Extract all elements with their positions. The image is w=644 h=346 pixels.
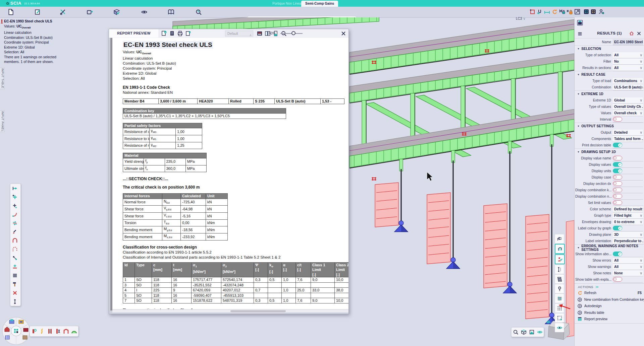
select-marquee-icon[interactable] xyxy=(529,9,536,15)
layers-stack-icon[interactable] xyxy=(555,274,564,284)
app-grid-icon[interactable] xyxy=(583,9,590,15)
property-value[interactable]: Filled light∨ xyxy=(613,213,643,219)
section-header[interactable]: ▼DRAWING SETUP 1D xyxy=(575,148,644,155)
toggle-on[interactable]: ✓ xyxy=(613,252,622,256)
zoom-slider-handle[interactable] xyxy=(291,31,296,35)
pin-icon[interactable] xyxy=(555,284,564,293)
property-value[interactable]: Perpendicular to ...∨ xyxy=(613,238,643,244)
arch-dashed-icon[interactable] xyxy=(10,245,19,254)
fast-adjust-icon[interactable] xyxy=(555,294,564,303)
section-header[interactable]: ▼EXTREME 1D xyxy=(575,90,644,97)
toggle-off[interactable] xyxy=(613,188,622,192)
toggle-off[interactable] xyxy=(613,117,622,122)
action-item[interactable]: Autodesign xyxy=(575,303,644,309)
section-header[interactable]: ▼ERRORS, WARNINGS AND NOTES SETTINGS xyxy=(575,244,644,251)
property-value[interactable]: All∨ xyxy=(613,65,643,71)
move-vertical-icon[interactable] xyxy=(10,297,19,306)
results-window-icon[interactable] xyxy=(577,19,583,26)
dimension-icon[interactable] xyxy=(544,9,551,15)
regenerate-report-icon[interactable] xyxy=(161,30,167,37)
property-value[interactable]: 3D∨ xyxy=(613,232,643,238)
input-table-tab[interactable]: INPUT TABLE xyxy=(0,68,5,89)
project-settings-icon[interactable] xyxy=(87,9,93,15)
toggle-off[interactable] xyxy=(613,194,622,199)
numeric-lock-icon[interactable] xyxy=(567,9,573,15)
report-window-titlebar[interactable]: REPORT PREVIEW Default∧ 160% xyxy=(109,29,348,38)
section-header[interactable]: ▼RESULT CASE xyxy=(575,71,644,78)
hammer-tool-icon[interactable] xyxy=(10,280,19,288)
new-column-icon[interactable] xyxy=(30,327,38,336)
app-grid2-icon[interactable] xyxy=(590,9,597,15)
new-portal-frame-icon[interactable] xyxy=(62,327,70,336)
add-cursor-icon[interactable] xyxy=(10,201,19,210)
property-value[interactable]: Global∨ xyxy=(613,97,643,103)
toggle-off[interactable] xyxy=(613,277,622,282)
bend-member-icon[interactable] xyxy=(10,210,19,219)
toggle-on[interactable]: ✓ xyxy=(613,143,622,147)
property-value[interactable]: 0 to extreme∨ xyxy=(613,219,643,225)
panel-home-icon[interactable] xyxy=(629,31,634,37)
actions-expand-icon[interactable]: ≫ xyxy=(595,285,599,289)
render-mode-icon[interactable] xyxy=(528,328,536,337)
new-buckling-member-icon[interactable] xyxy=(54,327,62,336)
rendered-view-icon[interactable] xyxy=(555,244,565,254)
add-node-icon[interactable] xyxy=(10,193,19,201)
visibility-eye-icon[interactable] xyxy=(555,323,564,332)
image-table-toggle-icon[interactable] xyxy=(257,30,263,37)
property-value[interactable]: ULS-Set B (auto)∨ xyxy=(613,84,643,90)
export-report-icon[interactable] xyxy=(185,30,191,37)
drag-node-icon[interactable] xyxy=(10,254,19,262)
calculate-check-icon[interactable] xyxy=(113,9,120,15)
report-page[interactable]: EC-EN 1993 Steel check ULSValues: UCOver… xyxy=(112,38,348,309)
toggle-on[interactable]: ✓ xyxy=(613,168,622,173)
paint-properties-icon[interactable] xyxy=(10,227,19,236)
action-item[interactable]: Results table xyxy=(575,309,644,316)
extend-member-icon[interactable] xyxy=(10,184,19,193)
toggle-off[interactable] xyxy=(613,175,622,180)
zoom-tool-icon[interactable] xyxy=(512,328,520,337)
property-value[interactable]: Detailed∨ xyxy=(613,130,643,136)
report-table-dark-icon[interactable] xyxy=(169,30,175,37)
new-arch-icon[interactable] xyxy=(70,327,78,336)
property-value[interactable]: EC-EN 1993 Steel c ... xyxy=(613,39,643,45)
section-header[interactable]: ▼OUTPUT SETTINGS xyxy=(575,123,644,129)
report-template-combo[interactable]: Default∧ xyxy=(225,30,253,37)
stretch-vertical-icon[interactable] xyxy=(555,265,564,274)
property-value[interactable]: None∨ xyxy=(613,270,643,276)
property-value[interactable]: All∨ xyxy=(613,258,643,264)
property-value[interactable]: Overall Unity Ch ...∨ xyxy=(613,104,643,110)
toggle-off[interactable] xyxy=(613,181,622,186)
view-eye-icon[interactable] xyxy=(141,9,148,15)
property-value[interactable]: Tables and form ...∨ xyxy=(613,136,643,142)
new-document-icon[interactable] xyxy=(7,9,14,15)
check-display-icon[interactable] xyxy=(555,254,565,264)
toggle-on[interactable]: ✓ xyxy=(613,162,622,167)
axonometry-cube-icon[interactable] xyxy=(520,328,528,337)
panel-close-icon[interactable] xyxy=(636,31,642,37)
input-panel-tab[interactable]: INPUT PANEL xyxy=(0,111,5,132)
actions-header[interactable]: ACTIONS≫ xyxy=(575,283,644,290)
member-lock-icon[interactable] xyxy=(559,9,566,15)
report-hscrollbar-thumb[interactable] xyxy=(230,310,286,312)
user-settings-icon[interactable] xyxy=(598,9,605,15)
reverse-member-icon[interactable] xyxy=(10,219,19,227)
stack-icon[interactable] xyxy=(10,271,19,280)
property-value[interactable]: All∨ xyxy=(613,264,643,270)
property-value[interactable]: Combinations∨ xyxy=(613,78,643,84)
fit-view-icon[interactable] xyxy=(574,9,581,15)
property-value[interactable]: No∨ xyxy=(613,59,643,65)
arch-member-icon[interactable] xyxy=(10,236,19,245)
property-value[interactable]: Overall check∨ xyxy=(613,110,643,116)
ucs-icon[interactable] xyxy=(537,9,543,15)
new-curved-beam-icon[interactable] xyxy=(38,327,46,336)
delete-member-icon[interactable] xyxy=(10,288,19,297)
edit-document-icon[interactable] xyxy=(34,9,41,15)
property-value[interactable]: All∨ xyxy=(613,52,643,58)
clipping-box-icon[interactable] xyxy=(555,313,564,323)
section-header[interactable]: ▼SELECTION xyxy=(575,45,644,52)
library-book-icon[interactable] xyxy=(168,9,174,15)
property-value[interactable]: Defined by result∨ xyxy=(613,206,643,212)
refresh-model-icon[interactable] xyxy=(551,9,558,15)
toggle-off[interactable] xyxy=(613,156,622,160)
tools-icon[interactable] xyxy=(60,9,66,15)
